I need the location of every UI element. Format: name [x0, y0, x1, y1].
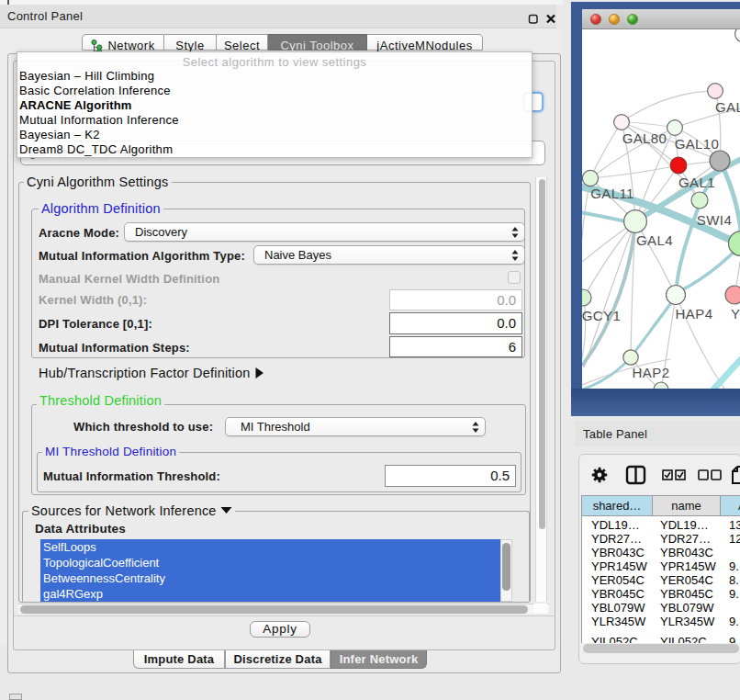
svg-text:YJ: YJ: [731, 306, 740, 322]
svg-text:GAL2: GAL2: [715, 99, 740, 115]
svg-text:GCY1: GCY1: [582, 308, 621, 323]
svg-text:GAL11: GAL11: [590, 186, 634, 201]
svg-text:HAP4: HAP4: [676, 306, 713, 322]
svg-text:GAL80: GAL80: [622, 130, 667, 146]
svg-text:GAL10: GAL10: [675, 136, 720, 152]
svg-text:GAL4: GAL4: [636, 232, 673, 248]
svg-text:SWI4: SWI4: [697, 212, 732, 228]
svg-text:GAL1: GAL1: [678, 175, 715, 190]
svg-text:HAP2: HAP2: [633, 365, 670, 380]
